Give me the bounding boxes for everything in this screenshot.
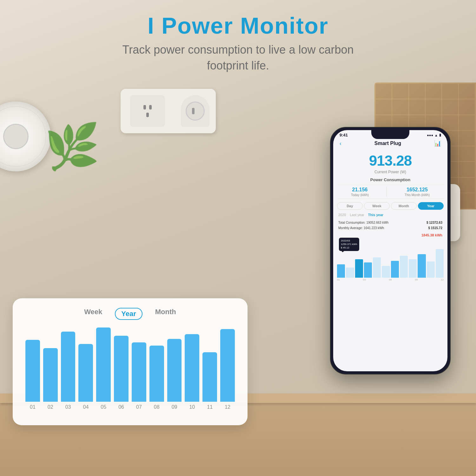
year-this[interactable]: This year bbox=[368, 213, 383, 217]
chart-icon[interactable]: 📊 bbox=[434, 140, 441, 147]
bar-wrapper bbox=[96, 327, 111, 402]
phone-notch bbox=[371, 130, 409, 139]
chart-bar-group: 04 bbox=[78, 327, 93, 410]
mini-bar-3 bbox=[364, 262, 372, 278]
page-subtitle: Track power consumption to live a low ca… bbox=[0, 42, 476, 74]
mini-bar-7 bbox=[400, 256, 408, 278]
back-button[interactable]: ‹ bbox=[340, 140, 341, 147]
chart-bar-group: 11 bbox=[202, 327, 217, 410]
bar-wrapper bbox=[132, 327, 146, 402]
section-title: Power Consumption bbox=[333, 175, 447, 185]
stat-today-value: 21.156 bbox=[351, 187, 369, 193]
chart-bar-group: 01 bbox=[25, 327, 40, 410]
bar-label-09: 09 bbox=[172, 404, 177, 410]
bar-10 bbox=[185, 334, 199, 402]
nav-title: Smart Plug bbox=[374, 141, 401, 146]
outlet-left bbox=[130, 95, 165, 127]
chart-bar-group: 10 bbox=[185, 327, 199, 410]
bar-03 bbox=[61, 332, 76, 402]
mini-bar-2 bbox=[355, 259, 363, 278]
bar-wrapper bbox=[25, 327, 40, 402]
mini-chart: 2022/03 1250.371 kWh $ 45.12 01 03 06 09… bbox=[333, 238, 447, 284]
label-03: 03 bbox=[363, 278, 366, 281]
total-value: $ 12372.63 bbox=[426, 221, 442, 224]
bar-wrapper bbox=[114, 327, 129, 402]
period-month[interactable]: Month bbox=[391, 202, 417, 210]
bar-label-05: 05 bbox=[101, 404, 106, 410]
chart-bar-group: 03 bbox=[61, 327, 76, 410]
bar-label-01: 01 bbox=[30, 404, 36, 410]
stat-month: 1652.125 This Month (kWh) bbox=[405, 187, 430, 197]
wall-outlet bbox=[121, 89, 216, 133]
bar-label-10: 10 bbox=[189, 404, 195, 410]
year-2020[interactable]: 2020 bbox=[338, 213, 346, 217]
total-label: Total Consumption: 19052.663 kWh bbox=[338, 221, 388, 224]
tooltip-date: 2022/03 bbox=[341, 239, 357, 242]
data-row-total: Total Consumption: 19052.663 kWh $ 12372… bbox=[338, 220, 442, 225]
chart-bars: 010203040506070809101112 bbox=[24, 327, 236, 410]
tooltip-cost: $ 45.12 bbox=[341, 246, 357, 249]
avg-label: Monthly Average: 1641.223 kWh bbox=[338, 226, 384, 230]
bar-12 bbox=[220, 329, 235, 402]
label-12: 12 bbox=[441, 278, 444, 281]
chart-card: Week Year Month 010203040506070809101112 bbox=[13, 298, 248, 425]
bar-wrapper bbox=[61, 327, 76, 402]
tab-year[interactable]: Year bbox=[115, 308, 142, 320]
mini-bar-11 bbox=[436, 249, 444, 278]
bar-05 bbox=[96, 327, 111, 402]
chart-bar-group: 07 bbox=[132, 327, 146, 410]
bar-08 bbox=[149, 346, 164, 402]
chart-bar-group: 02 bbox=[43, 327, 58, 410]
stat-divider bbox=[387, 187, 387, 197]
tab-month[interactable]: Month bbox=[155, 308, 176, 320]
power-display: 913.28 Current Power (W) bbox=[333, 149, 447, 175]
bar-wrapper bbox=[185, 327, 199, 402]
bar-01 bbox=[25, 340, 40, 402]
wifi-icon: ▲ bbox=[434, 133, 438, 137]
stat-today: 21.156 Today (kWh) bbox=[351, 187, 369, 197]
chart-bar-group: 12 bbox=[220, 327, 235, 410]
status-icons: ●●● ▲ ▮ bbox=[427, 133, 441, 137]
bar-label-08: 08 bbox=[154, 404, 160, 410]
bar-label-06: 06 bbox=[118, 404, 124, 410]
bar-07 bbox=[132, 342, 146, 402]
period-week[interactable]: Week bbox=[364, 202, 390, 210]
bar-wrapper bbox=[220, 327, 235, 402]
chart-bar-group: 08 bbox=[149, 327, 164, 410]
chart-bar-group: 05 bbox=[96, 327, 111, 410]
mini-bar-6 bbox=[391, 261, 399, 278]
stat-month-value: 1652.125 bbox=[405, 187, 430, 193]
year-tabs: 2020 Last year This year bbox=[333, 212, 447, 218]
data-row-avg: Monthly Average: 1641.223 kWh $ 1515.72 bbox=[338, 225, 442, 231]
stats-row: 21.156 Today (kWh) 1652.125 This Month (… bbox=[337, 185, 444, 199]
mini-bar-8 bbox=[409, 259, 417, 278]
stat-month-label: This Month (kWh) bbox=[405, 193, 430, 197]
bar-11 bbox=[202, 352, 217, 402]
power-number: 913.28 bbox=[333, 152, 447, 169]
tab-week[interactable]: Week bbox=[84, 308, 102, 320]
bar-label-02: 02 bbox=[48, 404, 53, 410]
label-06: 06 bbox=[389, 278, 392, 281]
year-last[interactable]: Last year bbox=[350, 213, 364, 217]
mini-bar-4 bbox=[373, 257, 381, 278]
period-day[interactable]: Day bbox=[337, 202, 363, 210]
page-header: I Power Monitor Track power consumption … bbox=[0, 13, 476, 74]
bar-06 bbox=[114, 336, 129, 402]
period-year[interactable]: Year bbox=[418, 202, 444, 210]
chart-tooltip: 2022/03 1250.371 kWh $ 45.12 bbox=[339, 238, 359, 251]
outlet-hole bbox=[143, 105, 146, 109]
bar-02 bbox=[43, 348, 58, 402]
bar-wrapper bbox=[202, 327, 217, 402]
signal-icon: ●●● bbox=[427, 133, 433, 137]
bar-label-07: 07 bbox=[136, 404, 142, 410]
bar-wrapper bbox=[78, 327, 93, 402]
mini-bar-0 bbox=[337, 264, 345, 278]
highlight-value: 1845.38 kWh bbox=[333, 233, 447, 238]
bar-label-12: 12 bbox=[225, 404, 230, 410]
phone-mockup: 9:41 ●●● ▲ ▮ ‹ Smart Plug 📊 913.28 Curre… bbox=[330, 127, 451, 374]
bar-09 bbox=[167, 339, 182, 402]
status-time: 9:41 bbox=[340, 133, 348, 137]
outlet-hole-bottom bbox=[146, 113, 149, 117]
chart-bar-group: 09 bbox=[167, 327, 182, 410]
mini-bar-10 bbox=[427, 261, 435, 278]
